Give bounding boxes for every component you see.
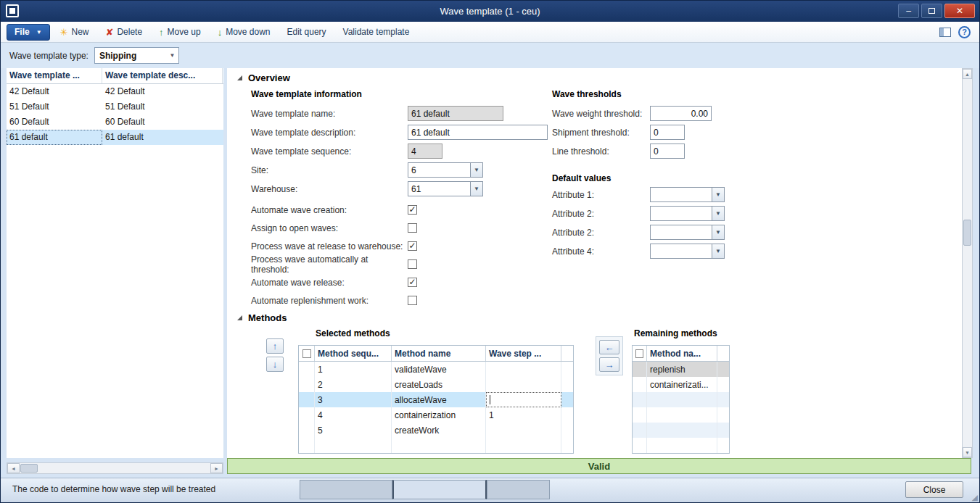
attribute-2-input[interactable] — [650, 206, 712, 221]
close-window-button[interactable]: ✕ — [944, 4, 975, 18]
move-method-up-button[interactable]: ↑ — [266, 338, 284, 354]
file-menu-button[interactable]: File ▼ — [7, 24, 50, 41]
automate-replenishment-work-checkbox[interactable]: ✓ — [408, 296, 417, 305]
site-combo[interactable]: ▼ — [408, 162, 483, 178]
table-row[interactable]: replenish — [633, 362, 729, 377]
move-up-button[interactable]: ↑ Move up — [152, 25, 207, 39]
new-button[interactable]: ✳ New — [54, 25, 96, 39]
wave-template-sequence-input[interactable] — [408, 144, 442, 159]
horizontal-scrollbar[interactable]: ◄ ► — [7, 462, 223, 474]
table-row[interactable]: 2 createLoads — [299, 377, 573, 392]
table-row[interactable]: 5 createWork — [299, 423, 573, 438]
transfer-left-button[interactable]: ← — [599, 340, 619, 354]
site-input[interactable] — [408, 162, 470, 178]
validation-status-bar: Valid — [227, 458, 971, 474]
chevron-down-icon[interactable]: ▼ — [470, 181, 483, 196]
wave-template-list: Wave template ... Wave template desc... … — [7, 68, 223, 458]
table-row[interactable]: containerizati... — [633, 377, 729, 392]
text-caret — [490, 395, 490, 404]
attribute-3-combo[interactable]: ▼ — [650, 225, 725, 240]
layout-pane-icon[interactable] — [939, 28, 951, 37]
vertical-scrollbar[interactable]: ▲ ▼ — [962, 68, 973, 458]
scroll-left-button[interactable]: ◄ — [7, 463, 20, 473]
scrollbar-thumb[interactable] — [20, 464, 38, 473]
line-threshold-input[interactable] — [650, 144, 685, 159]
cell-wave-step[interactable] — [486, 362, 561, 377]
maximize-button[interactable] — [921, 4, 942, 18]
column-header-description[interactable]: Wave template desc... — [102, 68, 223, 83]
process-wave-at-release-checkbox[interactable]: ✓ — [408, 241, 417, 251]
column-header-name[interactable]: Wave template ... — [7, 68, 102, 83]
table-row[interactable]: 51 Default 51 Default — [7, 99, 223, 115]
column-header[interactable]: Method na... — [647, 346, 717, 361]
table-row[interactable]: 3 allocateWave — [299, 392, 573, 407]
table-row[interactable] — [633, 423, 729, 438]
wave-template-type-value: Shipping — [95, 51, 166, 61]
chevron-down-icon[interactable]: ▼ — [712, 225, 725, 240]
automate-wave-creation-checkbox[interactable]: ✓ — [408, 205, 417, 215]
table-row[interactable] — [299, 438, 573, 453]
attribute-4-input[interactable] — [650, 244, 712, 259]
titlebar: Wave template (1 - ceu) – ✕ — [1, 1, 979, 22]
chevron-down-icon[interactable]: ▼ — [712, 187, 725, 202]
statusbar-segment — [487, 480, 550, 499]
process-wave-at-threshold-checkbox[interactable]: ✓ — [408, 259, 417, 269]
warehouse-combo[interactable]: ▼ — [408, 181, 483, 196]
shipment-threshold-input[interactable] — [650, 125, 685, 140]
scroll-down-button[interactable]: ▼ — [963, 447, 972, 457]
attribute-2-combo[interactable]: ▼ — [650, 206, 725, 221]
cell-wave-step[interactable]: 1 — [486, 407, 561, 423]
field-label: Automate wave release: — [251, 278, 408, 288]
cell-wave-step[interactable] — [486, 377, 561, 392]
column-header[interactable]: Method name — [392, 346, 486, 361]
table-row[interactable]: 1 validateWave — [299, 362, 573, 377]
table-row[interactable] — [633, 392, 729, 407]
automate-wave-release-checkbox[interactable]: ✓ — [408, 278, 417, 287]
select-all-checkbox[interactable] — [635, 349, 643, 358]
table-row[interactable]: 4 containerization 1 — [299, 407, 573, 423]
attribute-1-input[interactable] — [650, 187, 712, 202]
column-header[interactable]: Method sequ... — [315, 346, 392, 361]
attribute-4-combo[interactable]: ▼ — [650, 244, 725, 259]
attribute-3-input[interactable] — [650, 225, 712, 240]
table-row[interactable] — [633, 407, 729, 423]
overview-section-header[interactable]: Overview — [237, 72, 290, 83]
move-down-button[interactable]: ↓ Move down — [211, 25, 277, 39]
chevron-down-icon[interactable]: ▼ — [712, 244, 725, 259]
wave-template-description-input[interactable] — [408, 125, 548, 140]
wave-template-name-input[interactable] — [408, 106, 503, 121]
edit-query-label: Edit query — [287, 27, 326, 37]
wave-template-type-select[interactable]: Shipping ▼ — [94, 47, 179, 64]
scroll-up-button[interactable]: ▲ — [963, 69, 972, 79]
table-row[interactable]: 60 Default 60 Default — [7, 115, 223, 130]
scroll-right-button[interactable]: ► — [210, 463, 223, 473]
move-up-icon: ↑ — [273, 341, 278, 352]
move-method-down-button[interactable]: ↓ — [266, 357, 284, 372]
table-row[interactable]: 42 Default 42 Default — [7, 84, 223, 99]
column-header[interactable]: Wave step ... — [486, 346, 561, 361]
cell-wave-step[interactable] — [486, 392, 561, 407]
chevron-down-icon[interactable]: ▼ — [712, 206, 725, 221]
cell-sequence: 5 — [315, 423, 392, 438]
cell-wave-step[interactable] — [486, 423, 561, 438]
delete-button[interactable]: ✘ Delete — [99, 25, 149, 39]
table-row[interactable] — [633, 438, 729, 453]
transfer-right-button[interactable]: → — [599, 357, 619, 372]
help-icon[interactable]: ? — [958, 26, 971, 38]
chevron-down-icon[interactable]: ▼ — [470, 162, 483, 178]
select-all-checkbox[interactable] — [302, 349, 311, 358]
validate-template-button[interactable]: Validate template — [337, 25, 416, 39]
scrollbar-thumb[interactable] — [963, 220, 971, 246]
wave-weight-threshold-input[interactable] — [650, 106, 712, 121]
attribute-1-combo[interactable]: ▼ — [650, 187, 725, 202]
warehouse-input[interactable] — [408, 181, 470, 196]
resize-grip-icon[interactable]: ◢ — [972, 493, 978, 502]
assign-to-open-waves-checkbox[interactable]: ✓ — [408, 223, 417, 233]
table-row[interactable]: 61 default 61 default — [7, 130, 223, 145]
cell-wave-step[interactable] — [486, 438, 561, 453]
move-up-icon: ↑ — [159, 28, 164, 37]
minimize-button[interactable]: – — [898, 4, 919, 18]
methods-section-header[interactable]: Methods — [237, 312, 287, 323]
edit-query-button[interactable]: Edit query — [281, 25, 333, 39]
close-button[interactable]: Close — [905, 481, 963, 498]
